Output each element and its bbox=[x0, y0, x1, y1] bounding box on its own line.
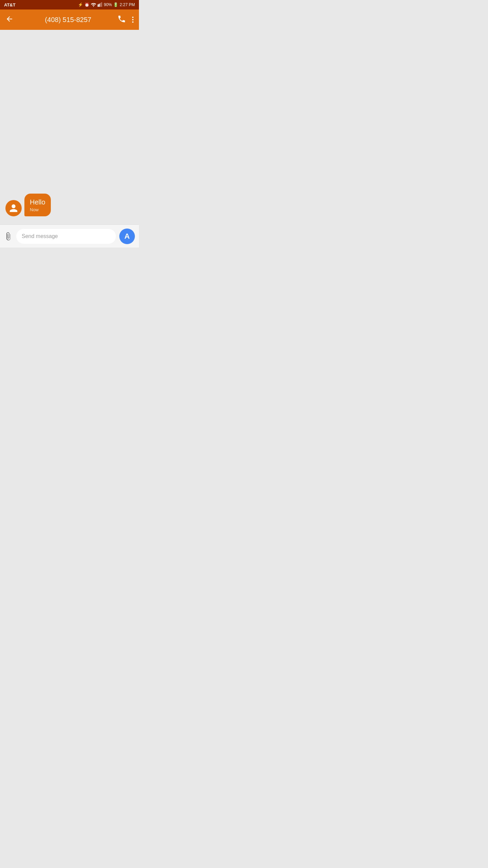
messages-container: Hello Now bbox=[5, 35, 134, 219]
svg-rect-3 bbox=[101, 2, 102, 6]
message-text: Hello bbox=[30, 198, 45, 206]
time-label: 2:27 PM bbox=[120, 2, 135, 7]
battery-icon: 🔋 bbox=[113, 2, 118, 7]
call-button[interactable] bbox=[117, 15, 126, 25]
svg-rect-0 bbox=[98, 4, 99, 7]
send-button[interactable]: A bbox=[119, 229, 135, 244]
svg-rect-1 bbox=[99, 3, 100, 6]
message-bubble: Hello Now bbox=[24, 194, 51, 216]
back-button[interactable] bbox=[5, 15, 14, 24]
alarm-icon: ⏰ bbox=[84, 2, 89, 7]
conversation-title: (408) 515-8257 bbox=[19, 16, 117, 24]
more-options-button[interactable] bbox=[132, 17, 134, 23]
signal-icon bbox=[98, 2, 102, 8]
wifi-icon bbox=[91, 2, 96, 8]
bluetooth-icon: ⚡ bbox=[78, 2, 83, 7]
app-header: (408) 515-8257 bbox=[0, 9, 139, 30]
attach-button[interactable] bbox=[4, 232, 13, 241]
header-actions bbox=[117, 15, 134, 25]
status-bar: AT&T ⚡ ⏰ 90% 🔋 2:27 PM bbox=[0, 0, 139, 9]
carrier-label: AT&T bbox=[4, 2, 16, 7]
message-timestamp: Now bbox=[30, 207, 45, 212]
send-label: A bbox=[124, 232, 130, 241]
battery-label: 90% bbox=[104, 2, 112, 7]
status-icons: ⚡ ⏰ 90% 🔋 2:27 PM bbox=[78, 2, 135, 8]
input-bar: A bbox=[0, 224, 139, 248]
message-row: Hello Now bbox=[5, 194, 134, 216]
contact-avatar bbox=[5, 200, 22, 216]
message-input[interactable] bbox=[16, 229, 116, 244]
chat-area: Hello Now bbox=[0, 30, 139, 224]
svg-rect-2 bbox=[100, 3, 101, 6]
